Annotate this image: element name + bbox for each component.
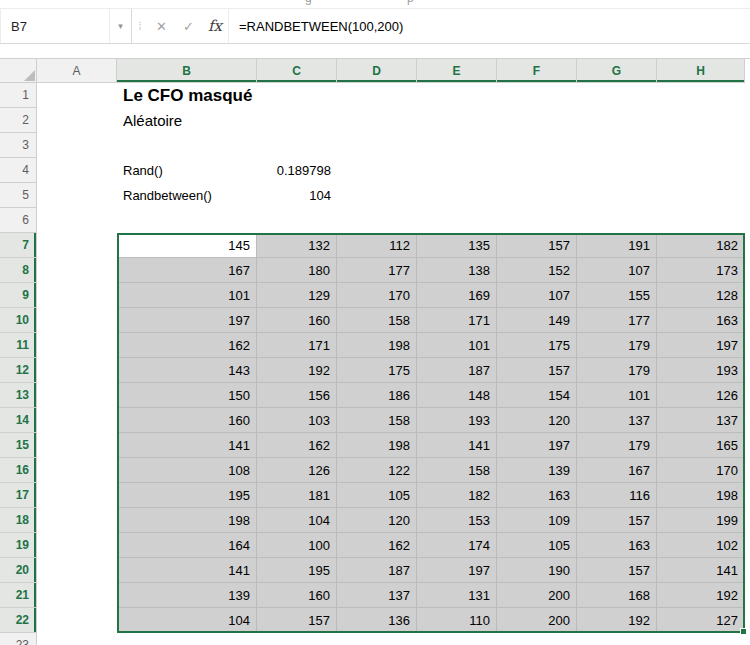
cell-E17[interactable]: 182 [417, 483, 497, 508]
cell-C19[interactable]: 100 [257, 533, 337, 558]
cell-E4[interactable] [417, 158, 497, 183]
column-header-B[interactable]: B [117, 59, 257, 83]
cell-H5[interactable] [657, 183, 745, 208]
cell-F5[interactable] [497, 183, 577, 208]
cell-F12[interactable]: 157 [497, 358, 577, 383]
cell-B2[interactable]: Aléatoire [117, 108, 257, 133]
cell-A11[interactable] [37, 333, 117, 358]
column-header-H[interactable]: H [657, 59, 745, 83]
row-header-11[interactable]: 11 [0, 333, 37, 358]
cell-G7[interactable]: 191 [577, 233, 657, 258]
column-header-A[interactable]: A [37, 59, 117, 83]
cell-D11[interactable]: 198 [337, 333, 417, 358]
cell-G13[interactable]: 101 [577, 383, 657, 408]
cell-A14[interactable] [37, 408, 117, 433]
cell-A15[interactable] [37, 433, 117, 458]
cell-G17[interactable]: 116 [577, 483, 657, 508]
cell-A23[interactable] [37, 633, 117, 645]
cell-D7[interactable]: 112 [337, 233, 417, 258]
cell-B4[interactable]: Rand() [117, 158, 257, 183]
cell-F1[interactable] [497, 83, 577, 108]
row-header-22[interactable]: 22 [0, 608, 37, 633]
cell-C18[interactable]: 104 [257, 508, 337, 533]
enter-icon[interactable]: ✓ [175, 9, 202, 43]
cell-A7[interactable] [37, 233, 117, 258]
cell-H16[interactable]: 170 [657, 458, 745, 483]
cell-D5[interactable] [337, 183, 417, 208]
column-header-C[interactable]: C [257, 59, 337, 83]
cell-C7[interactable]: 132 [257, 233, 337, 258]
cell-C14[interactable]: 103 [257, 408, 337, 433]
cell-C21[interactable]: 160 [257, 583, 337, 608]
cell-F7[interactable]: 157 [497, 233, 577, 258]
cell-D21[interactable]: 137 [337, 583, 417, 608]
row-header-17[interactable]: 17 [0, 483, 37, 508]
cell-A20[interactable] [37, 558, 117, 583]
cell-A17[interactable] [37, 483, 117, 508]
row-header-23[interactable]: 23 [0, 633, 37, 645]
cell-D22[interactable]: 136 [337, 608, 417, 633]
cell-B23[interactable] [117, 633, 257, 645]
cell-H17[interactable]: 198 [657, 483, 745, 508]
row-header-12[interactable]: 12 [0, 358, 37, 383]
cell-G10[interactable]: 177 [577, 308, 657, 333]
cell-B21[interactable]: 139 [117, 583, 257, 608]
cell-D16[interactable]: 122 [337, 458, 417, 483]
cell-B17[interactable]: 195 [117, 483, 257, 508]
cell-A12[interactable] [37, 358, 117, 383]
cell-B15[interactable]: 141 [117, 433, 257, 458]
cell-F19[interactable]: 105 [497, 533, 577, 558]
fill-handle[interactable] [740, 628, 747, 635]
cell-H22[interactable]: 127 [657, 608, 745, 633]
cell-F3[interactable] [497, 133, 577, 158]
cell-D14[interactable]: 158 [337, 408, 417, 433]
cell-F9[interactable]: 107 [497, 283, 577, 308]
cell-F11[interactable]: 175 [497, 333, 577, 358]
cell-F18[interactable]: 109 [497, 508, 577, 533]
cell-E13[interactable]: 148 [417, 383, 497, 408]
cell-B7[interactable]: 145 [117, 233, 257, 258]
cell-D6[interactable] [337, 208, 417, 233]
cell-F17[interactable]: 163 [497, 483, 577, 508]
cell-D20[interactable]: 187 [337, 558, 417, 583]
cell-D19[interactable]: 162 [337, 533, 417, 558]
cell-F22[interactable]: 200 [497, 608, 577, 633]
cell-C8[interactable]: 180 [257, 258, 337, 283]
cell-F4[interactable] [497, 158, 577, 183]
cell-B9[interactable]: 101 [117, 283, 257, 308]
cell-A5[interactable] [37, 183, 117, 208]
name-box-dropdown-icon[interactable]: ▾ [109, 9, 131, 43]
cell-E6[interactable] [417, 208, 497, 233]
cell-C6[interactable] [257, 208, 337, 233]
cell-G18[interactable]: 157 [577, 508, 657, 533]
cell-G1[interactable] [577, 83, 657, 108]
cell-F10[interactable]: 149 [497, 308, 577, 333]
cell-H18[interactable]: 199 [657, 508, 745, 533]
cell-B13[interactable]: 150 [117, 383, 257, 408]
cell-C22[interactable]: 157 [257, 608, 337, 633]
insert-function-icon[interactable]: fx [202, 9, 229, 43]
cell-H8[interactable]: 173 [657, 258, 745, 283]
cell-H23[interactable] [657, 633, 745, 645]
row-header-8[interactable]: 8 [0, 258, 37, 283]
cell-B5[interactable]: Randbetween() [117, 183, 257, 208]
cell-A18[interactable] [37, 508, 117, 533]
cell-D10[interactable]: 158 [337, 308, 417, 333]
cell-D23[interactable] [337, 633, 417, 645]
cell-H21[interactable]: 192 [657, 583, 745, 608]
cell-A22[interactable] [37, 608, 117, 633]
cell-A3[interactable] [37, 133, 117, 158]
cell-B22[interactable]: 104 [117, 608, 257, 633]
cell-D13[interactable]: 186 [337, 383, 417, 408]
cell-B10[interactable]: 197 [117, 308, 257, 333]
cell-G16[interactable]: 167 [577, 458, 657, 483]
cell-B20[interactable]: 141 [117, 558, 257, 583]
cell-G23[interactable] [577, 633, 657, 645]
row-header-2[interactable]: 2 [0, 108, 37, 133]
cell-H14[interactable]: 137 [657, 408, 745, 433]
cell-A1[interactable] [37, 83, 117, 108]
cell-H1[interactable] [657, 83, 745, 108]
cell-F13[interactable]: 154 [497, 383, 577, 408]
cell-A19[interactable] [37, 533, 117, 558]
row-header-20[interactable]: 20 [0, 558, 37, 583]
